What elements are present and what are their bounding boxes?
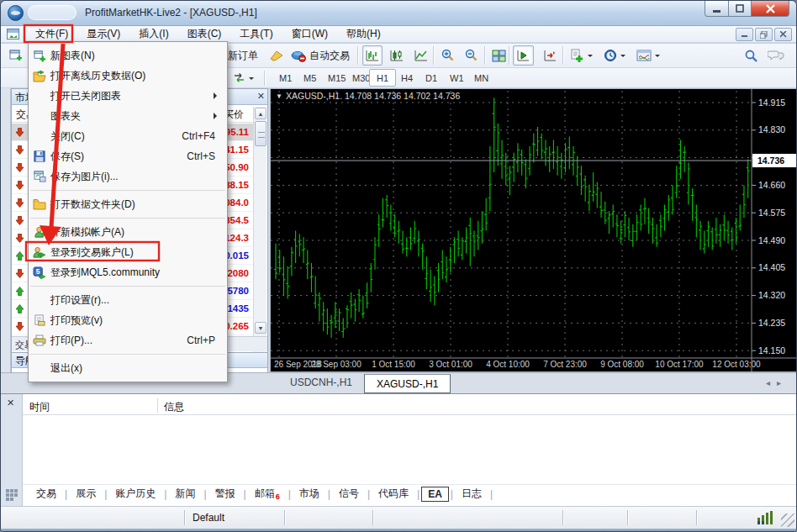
menu-item-shortcut: Ctrl+P [187, 334, 215, 346]
periods-clock-icon[interactable] [600, 45, 629, 66]
templates-dropdown-arrow[interactable] [655, 55, 660, 60]
price-axis-label: 14.660 [758, 180, 785, 190]
file-menu-item[interactable]: 打印设置(r)... [29, 290, 227, 310]
terminal-tab-新闻[interactable]: 新闻 [168, 485, 202, 503]
bid-price: 95.11 [225, 127, 249, 137]
save-icon [29, 150, 50, 162]
scroll-thumb[interactable] [255, 121, 267, 146]
file-menu-item[interactable]: 打开数据文件夹(D) [29, 194, 227, 214]
autotrading-button[interactable]: 自动交易 [288, 45, 353, 66]
timeframe-button-mn[interactable]: MN [467, 69, 496, 87]
timeframe-button-h4[interactable]: H4 [393, 69, 420, 87]
chart-window-icon[interactable] [7, 29, 19, 40]
file-menu-item[interactable]: 退出(x) [29, 358, 227, 378]
zoom-out-icon[interactable] [461, 45, 482, 66]
file-menu-item[interactable]: 打开已关闭图表 [29, 86, 227, 106]
terminal-tab-代码库[interactable]: 代码库 [372, 485, 415, 503]
terminal-tab-警报[interactable]: 警报 [208, 485, 242, 503]
menubar-item[interactable]: 显示(V) [77, 25, 129, 43]
time-axis-label: 4 Oct 10:00 [486, 360, 530, 369]
indicator-dropdown-arrow[interactable] [588, 55, 593, 60]
file-menu-item[interactable]: 开新模拟帐户(A) [29, 222, 227, 242]
terminal-close-icon[interactable]: ✕ [7, 398, 14, 408]
terminal-tab-信号[interactable]: 信号 [332, 485, 366, 503]
timeframe-button-d1[interactable]: D1 [418, 69, 445, 87]
menubar-item[interactable]: 插入(I) [129, 25, 177, 43]
terminal-tab-日志[interactable]: 日志 [455, 485, 488, 503]
terminal-tabs: 交易|展示|账户历史|新闻|警报|邮箱6|市场|信号|代码库|EA|日志| [23, 484, 796, 503]
tick-style-icon[interactable] [230, 69, 257, 87]
trend-down-icon [14, 198, 28, 208]
tile-windows-icon[interactable] [488, 45, 509, 66]
trend-down-icon [14, 127, 28, 138]
trend-down-icon [14, 268, 28, 279]
terminal-tab-交易[interactable]: 交易 [29, 485, 63, 503]
scroll-to-end-icon[interactable] [513, 45, 534, 66]
restore-button[interactable] [728, 1, 752, 17]
trend-down-icon [14, 180, 28, 191]
trend-up-icon [14, 286, 28, 297]
search-icon[interactable] [741, 45, 762, 66]
chart-tab-xagusdh1[interactable]: XAGUSD-,H1 [364, 374, 451, 393]
minimize-button[interactable] [705, 1, 729, 17]
column-message[interactable]: 信息 [164, 400, 184, 414]
tab-divider: | [164, 488, 166, 500]
zoom-in-icon[interactable] [437, 45, 458, 66]
file-menu-item[interactable]: 打印(P)...Ctrl+P [29, 330, 227, 350]
close-button[interactable] [751, 1, 789, 17]
menubar-item[interactable]: 窗口(W) [282, 25, 337, 43]
dock-grip [1, 88, 11, 393]
terminal-header: 时间 信息 [23, 397, 796, 415]
resize-grip[interactable] [781, 514, 794, 527]
terminal-tab-展示[interactable]: 展示 [69, 485, 103, 503]
mdi-close-button[interactable] [774, 28, 792, 41]
menu-item-label: 登录到MQL5.community [50, 266, 227, 280]
publish-icon[interactable] [266, 45, 288, 66]
file-menu-item[interactable]: 保存为图片(i)... [29, 166, 227, 187]
terminal-tab-ea[interactable]: EA [421, 487, 449, 502]
file-menu-item[interactable]: 关闭(C)Ctrl+F4 [29, 126, 227, 146]
trend-down-icon [14, 145, 28, 155]
menubar-item[interactable]: 文件(F) [26, 25, 77, 43]
terminal-tab-市场[interactable]: 市场 [293, 485, 326, 503]
terminal-tab-账户历史[interactable]: 账户历史 [108, 485, 162, 503]
chat-icon[interactable] [764, 45, 788, 66]
chart-tab-usdcnhh1[interactable]: USDCNH-,H1 [278, 373, 364, 393]
file-menu-item[interactable]: 新图表(N) [29, 45, 227, 66]
menubar-item[interactable]: 图表(C) [178, 25, 231, 43]
autotrading-icon [291, 50, 306, 62]
candlestick-icon[interactable] [387, 45, 407, 66]
scroll-down-icon[interactable]: ▼ [255, 322, 267, 334]
mdi-minimize-button[interactable] [736, 28, 753, 41]
file-menu-item[interactable]: 图表夹 [29, 106, 227, 126]
profile-name[interactable]: Default [193, 512, 224, 524]
terminal-tab-邮箱[interactable]: 邮箱6 [248, 485, 287, 503]
column-time[interactable]: 时间 [29, 400, 50, 414]
chart-collapse-icon[interactable]: ▼ [276, 92, 282, 100]
templates-icon[interactable] [633, 45, 663, 66]
menu-item-login-trade-account[interactable]: 登录到交易账户(L) [29, 242, 227, 262]
add-indicator-icon[interactable] [567, 45, 596, 66]
market-watch-close-icon[interactable]: ✕ [257, 91, 265, 102]
menubar-item[interactable]: 帮助(H) [337, 25, 390, 43]
chart-tabs-scroll-arrows[interactable]: ◂▸ [766, 378, 788, 387]
line-chart-icon[interactable] [411, 45, 431, 66]
menu-separator [30, 286, 225, 287]
bar-chart-icon[interactable] [362, 45, 383, 66]
style-dropdown-arrow[interactable] [249, 77, 254, 82]
file-menu-item[interactable]: 打开离线历史数据(O) [29, 66, 227, 86]
trend-down-icon [14, 215, 28, 226]
scroll-up-icon[interactable]: ▲ [255, 108, 267, 119]
timeframe-button-h1[interactable]: H1 [369, 69, 396, 87]
periods-dropdown-arrow[interactable] [620, 55, 625, 60]
chart-window: 26 Sep 201828 Sep 03:001 Oct 15:003 Oct … [270, 88, 797, 372]
auto-scroll-icon[interactable] [540, 45, 561, 66]
mdi-restore-button[interactable] [755, 28, 773, 41]
price-axis-label: 14.150 [758, 345, 785, 356]
file-menu-item[interactable]: 保存(S)Ctrl+S [29, 146, 227, 166]
new-chart-toolbar-icon[interactable] [6, 45, 26, 66]
menubar-item[interactable]: 工具(T) [230, 25, 282, 43]
file-menu-item[interactable]: 5登录到MQL5.community [29, 262, 227, 282]
open-offline-icon [29, 70, 50, 82]
file-menu-item[interactable]: 打印预览(v) [29, 310, 227, 330]
